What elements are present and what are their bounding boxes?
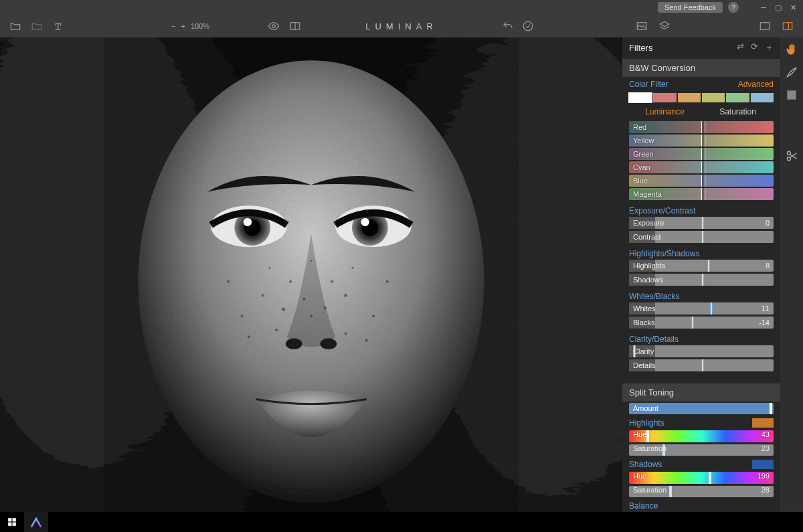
color-filter-swatch-5[interactable] xyxy=(751,93,774,102)
image-icon[interactable] xyxy=(636,20,648,32)
svg-point-25 xyxy=(262,294,264,296)
svg-rect-49 xyxy=(8,523,11,526)
window-titlebar: Send Feedback ? ─ ▢ ✕ xyxy=(0,0,803,15)
slider-whites[interactable]: Whites11 xyxy=(629,302,774,315)
gradient-tool[interactable] xyxy=(784,87,800,103)
zoom-controls: − + 100% xyxy=(171,22,209,30)
split-highlights-swatch[interactable] xyxy=(752,418,774,428)
color-filter-swatch-2[interactable] xyxy=(678,93,701,102)
zoom-in-button[interactable]: + xyxy=(181,22,185,30)
color-filter-label: Color Filter xyxy=(629,80,668,89)
group-title: Exposure/Contrast xyxy=(629,203,774,217)
bw-conversion-header[interactable]: B&W Conversion xyxy=(622,59,780,77)
svg-point-0 xyxy=(272,25,276,28)
filters-title: Filters xyxy=(629,43,652,53)
slider-highlights[interactable]: Highlights8 xyxy=(629,260,774,272)
scissors-tool[interactable] xyxy=(784,148,800,164)
color-slider-blue[interactable]: Blue xyxy=(629,175,774,187)
svg-point-29 xyxy=(344,294,347,297)
layers-icon[interactable] xyxy=(658,20,671,32)
svg-point-30 xyxy=(241,315,244,317)
svg-point-33 xyxy=(345,332,347,335)
split-shadows-swatch[interactable] xyxy=(752,460,774,469)
saturation-tab[interactable]: Saturation xyxy=(702,105,774,118)
svg-rect-48 xyxy=(13,518,16,521)
color-slider-magenta[interactable]: Magenta xyxy=(629,188,774,200)
history-check-icon[interactable] xyxy=(522,20,534,32)
slider-blacks[interactable]: Blacks-14 xyxy=(629,317,774,329)
svg-point-39 xyxy=(289,280,292,283)
split-highlights-sat-slider[interactable]: Saturation 23 xyxy=(629,444,774,456)
svg-point-37 xyxy=(248,335,250,338)
svg-point-22 xyxy=(361,218,369,226)
svg-point-28 xyxy=(324,306,327,309)
app-title: LUMINAR xyxy=(365,21,438,31)
main-toolbar: − + 100% LUMINAR xyxy=(0,15,803,37)
split-shadows-sat-slider[interactable]: Saturation 28 xyxy=(629,486,774,497)
color-filter-swatch-3[interactable] xyxy=(702,93,725,102)
send-feedback-button[interactable]: Send Feedback xyxy=(658,2,723,13)
layout-single-icon[interactable] xyxy=(759,20,771,32)
color-slider-cyan[interactable]: Cyan xyxy=(629,161,774,173)
svg-point-26 xyxy=(282,308,285,311)
compare-split-icon[interactable] xyxy=(289,20,301,32)
layout-panels-icon[interactable] xyxy=(782,20,794,32)
color-slider-green[interactable]: Green xyxy=(629,148,774,160)
svg-point-35 xyxy=(386,280,389,283)
preview-eye-icon[interactable] xyxy=(268,20,280,32)
undo-icon[interactable] xyxy=(502,20,514,32)
svg-point-38 xyxy=(365,339,368,342)
slider-shadows[interactable]: Shadows xyxy=(629,274,774,286)
split-amount-slider[interactable]: Amount xyxy=(629,403,774,414)
group-title: Clarity/Details xyxy=(629,332,774,345)
color-slider-yellow[interactable]: Yellow xyxy=(629,135,774,147)
group-title: Highlights/Shadows xyxy=(629,246,774,260)
advanced-toggle[interactable]: Advanced xyxy=(738,80,774,89)
group-title: Whites/Blacks xyxy=(629,289,774,302)
color-slider-red[interactable]: Red xyxy=(629,121,774,133)
svg-point-32 xyxy=(275,329,278,331)
minimize-button[interactable]: ─ xyxy=(757,3,770,11)
color-filter-swatch-1[interactable] xyxy=(653,93,676,102)
start-button[interactable] xyxy=(0,512,24,532)
filter-refresh-icon[interactable]: ⟳ xyxy=(751,41,758,54)
svg-point-24 xyxy=(320,339,337,350)
image-canvas[interactable] xyxy=(0,37,622,512)
add-filter-icon[interactable]: ＋ xyxy=(765,41,774,54)
luminance-tab[interactable]: Luminance xyxy=(629,105,701,118)
svg-point-21 xyxy=(244,218,252,226)
windows-taskbar xyxy=(0,512,803,532)
recent-folder-icon[interactable] xyxy=(31,20,43,32)
close-button[interactable]: ✕ xyxy=(787,3,799,12)
pan-hand-tool[interactable] xyxy=(784,41,800,58)
brush-tool[interactable] xyxy=(784,64,800,80)
color-filter-swatch-0[interactable] xyxy=(629,93,652,102)
zoom-out-button[interactable]: − xyxy=(171,22,175,30)
zoom-level-label[interactable]: 100% xyxy=(191,22,209,30)
portrait-photo xyxy=(0,37,622,512)
slider-contrast[interactable]: Contrast xyxy=(629,231,774,243)
svg-point-40 xyxy=(331,280,333,283)
svg-point-41 xyxy=(310,260,312,262)
split-balance-label: Balance xyxy=(629,501,658,511)
slider-exposure[interactable]: Exposure0 xyxy=(629,217,774,229)
color-filter-swatch-4[interactable] xyxy=(726,93,749,102)
svg-point-23 xyxy=(286,339,302,350)
split-toning-header[interactable]: Split Toning xyxy=(622,383,780,402)
help-button[interactable]: ? xyxy=(728,2,739,13)
svg-rect-6 xyxy=(783,23,792,30)
svg-point-3 xyxy=(523,21,533,31)
svg-rect-5 xyxy=(760,23,770,30)
split-shadows-hue-slider[interactable]: Hue 199 xyxy=(629,472,774,483)
maximize-button[interactable]: ▢ xyxy=(772,3,784,12)
filter-settings-icon[interactable]: ⇄ xyxy=(737,41,744,54)
split-highlights-hue-slider[interactable]: Hue 43 xyxy=(629,430,774,442)
open-folder-icon[interactable] xyxy=(9,20,21,32)
vertical-toolbar xyxy=(780,37,803,512)
slider-details[interactable]: Details xyxy=(629,359,774,371)
svg-point-42 xyxy=(268,267,270,269)
share-icon[interactable] xyxy=(52,20,64,32)
slider-clarity[interactable]: Clarity xyxy=(629,345,774,357)
luminar-taskbar-icon[interactable] xyxy=(24,512,48,532)
split-shadows-label: Shadows xyxy=(629,460,662,469)
